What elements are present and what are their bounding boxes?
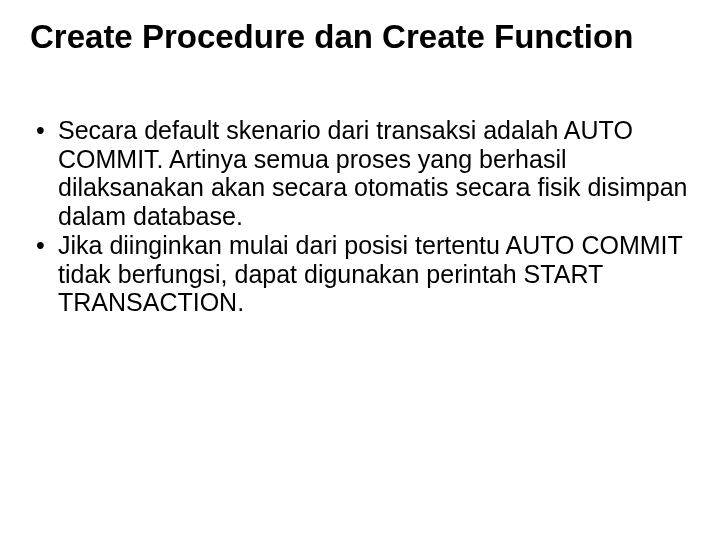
list-item: Secara default skenario dari transaksi a… [30,116,690,231]
list-item: Jika diinginkan mulai dari posisi terten… [30,231,690,317]
bullet-list: Secara default skenario dari transaksi a… [30,116,690,317]
slide-title: Create Procedure dan Create Function [30,18,690,56]
slide-body: Secara default skenario dari transaksi a… [30,116,690,317]
slide: Create Procedure dan Create Function Sec… [0,0,720,540]
